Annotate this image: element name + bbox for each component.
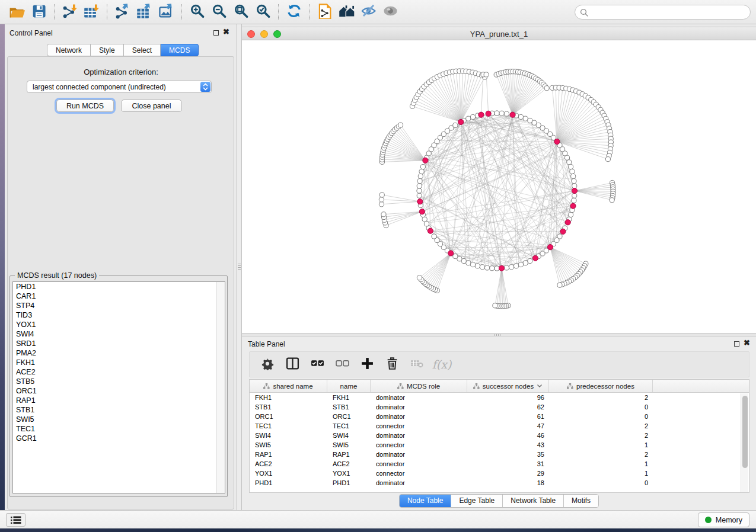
cell: dominator xyxy=(371,478,467,488)
memory-button[interactable]: Memory xyxy=(698,512,749,527)
cell: dominator xyxy=(371,450,467,459)
table-row[interactable]: TEC1TEC1connector472 xyxy=(250,421,749,431)
tab-network-table[interactable]: Network Table xyxy=(502,495,563,507)
tab-select[interactable]: Select xyxy=(124,44,161,56)
import-table-button[interactable] xyxy=(82,3,101,21)
mcds-result-item[interactable]: TEC1 xyxy=(13,424,225,434)
mcds-result-item[interactable]: FKH1 xyxy=(13,358,225,367)
table-row[interactable]: ACE2ACE2connector311 xyxy=(250,459,749,469)
toggle-columns-button[interactable] xyxy=(284,356,301,373)
mcds-result-item[interactable]: TID3 xyxy=(13,310,225,320)
table-row[interactable]: RAP1RAP1dominator352 xyxy=(250,450,749,459)
zoom-fit-icon xyxy=(233,3,249,21)
mcds-result-item[interactable]: ORC1 xyxy=(13,386,225,396)
save-session-button[interactable] xyxy=(29,3,48,21)
hide-panels-button[interactable] xyxy=(359,3,378,21)
table-row[interactable]: FKH1FKH1dominator962 xyxy=(250,393,749,402)
column-header-successor-nodes[interactable]: successor nodes xyxy=(467,380,549,392)
cell: 2 xyxy=(549,431,653,440)
cell: TEC1 xyxy=(327,421,371,431)
mcds-result-title: MCDS result (17 nodes) xyxy=(15,271,99,280)
vertical-splitter[interactable] xyxy=(237,24,242,510)
table-row[interactable]: SWI5SWI5connector431 xyxy=(250,440,749,450)
open-session-button[interactable] xyxy=(7,3,26,21)
cell: dominator xyxy=(371,393,467,402)
export-image-button[interactable] xyxy=(157,3,176,21)
column-header-filler xyxy=(653,380,749,392)
tab-mcds[interactable]: MCDS xyxy=(161,44,199,56)
import-network-button[interactable] xyxy=(60,3,79,21)
mcds-list-scrollbar[interactable] xyxy=(216,282,225,493)
cell: SWI4 xyxy=(250,431,327,440)
mcds-result-item[interactable]: CAR1 xyxy=(13,291,225,301)
eye-slash-icon xyxy=(361,3,377,21)
scrollbar-thumb[interactable] xyxy=(742,396,748,468)
optimization-criterion-value: largest connected component (undirected) xyxy=(33,83,166,91)
control-panel-tabs: NetworkStyleSelectMCDS xyxy=(47,44,199,56)
tab-node-table[interactable]: Node Table xyxy=(400,495,451,507)
toolbar-separator xyxy=(54,4,55,20)
float-panel-icon[interactable] xyxy=(734,341,739,347)
tab-style[interactable]: Style xyxy=(91,44,124,56)
select-all-button[interactable] xyxy=(309,356,326,373)
mcds-result-item[interactable]: SWI5 xyxy=(13,415,225,424)
task-history-button[interactable] xyxy=(6,513,25,527)
table-scrollbar[interactable] xyxy=(741,393,748,493)
mcds-result-item[interactable]: ACE2 xyxy=(13,367,225,377)
close-panel-icon[interactable]: ✖ xyxy=(744,339,750,347)
close-panel-button[interactable]: Close panel xyxy=(121,100,182,112)
mcds-result-item[interactable]: YOX1 xyxy=(13,320,225,329)
network-window-titlebar: YPA_prune.txt_1 xyxy=(242,27,756,40)
table-row[interactable]: STB1STB1dominator620 xyxy=(250,402,749,412)
mcds-result-item[interactable]: STB5 xyxy=(13,377,225,386)
column-header-MCDS-role[interactable]: MCDS role xyxy=(371,380,467,392)
network-document-button[interactable] xyxy=(315,3,334,21)
cell: 1 xyxy=(549,469,653,478)
run-mcds-button[interactable]: Run MCDS xyxy=(56,100,114,112)
mcds-result-item[interactable]: GCR1 xyxy=(13,434,225,443)
zoom-out-button[interactable] xyxy=(209,3,228,21)
mcds-result-item[interactable]: PHD1 xyxy=(13,282,225,291)
column-header-predecessor-nodes[interactable]: predecessor nodes xyxy=(549,380,653,392)
tab-edge-table[interactable]: Edge Table xyxy=(451,495,502,507)
search-input[interactable] xyxy=(591,8,739,17)
mcds-result-item[interactable]: STB1 xyxy=(13,405,225,415)
select-stepper-icon[interactable] xyxy=(200,82,210,92)
export-network-button[interactable] xyxy=(113,3,132,21)
add-column-button[interactable] xyxy=(359,356,375,373)
table-row[interactable]: YOX1YOX1connector291 xyxy=(250,469,749,478)
refresh-button[interactable] xyxy=(284,3,303,21)
home-browser-button[interactable] xyxy=(337,3,356,21)
mcds-result-item[interactable]: RAP1 xyxy=(13,396,225,405)
table-settings-button[interactable] xyxy=(259,356,276,373)
mcds-result-item[interactable]: STP4 xyxy=(13,301,225,310)
optimization-criterion-select[interactable]: largest connected component (undirected) xyxy=(27,81,212,93)
column-header-name[interactable]: name xyxy=(327,380,371,392)
mcds-result-item[interactable]: PMA2 xyxy=(13,348,225,358)
zoom-fit-button[interactable] xyxy=(231,3,250,21)
search-box[interactable] xyxy=(575,5,751,20)
show-panels-button[interactable] xyxy=(381,3,400,21)
float-panel-icon[interactable] xyxy=(213,30,219,36)
column-header-shared-name[interactable]: shared name xyxy=(250,380,327,392)
zoom-selected-button[interactable] xyxy=(253,3,272,21)
delete-column-button[interactable] xyxy=(384,356,400,373)
table-row[interactable]: SWI4SWI4dominator462 xyxy=(250,431,749,440)
table-toolbar: f(x) xyxy=(249,351,749,377)
mcds-result-item[interactable]: SRD1 xyxy=(13,339,225,348)
table-row[interactable]: PHD1PHD1dominator180 xyxy=(250,478,749,488)
zoom-in-button[interactable] xyxy=(187,3,206,21)
close-panel-icon[interactable]: ✖ xyxy=(223,28,229,36)
table-row[interactable]: ORC1ORC1dominator610 xyxy=(250,412,749,421)
tab-network[interactable]: Network xyxy=(47,44,91,56)
deselect-all-button[interactable] xyxy=(334,356,350,373)
network-canvas[interactable] xyxy=(242,40,756,333)
mcds-result-list[interactable]: PHD1CAR1STP4TID3YOX1SWI4SRD1PMA2FKH1ACE2… xyxy=(12,281,225,493)
tab-motifs[interactable]: Motifs xyxy=(563,495,598,507)
export-table-button[interactable] xyxy=(135,3,154,21)
check-pair-icon xyxy=(311,357,324,373)
folder-open-icon xyxy=(9,3,25,21)
cell: YOX1 xyxy=(327,469,371,478)
mcds-result-item[interactable]: SWI4 xyxy=(13,329,225,339)
cell: 0 xyxy=(549,402,653,412)
